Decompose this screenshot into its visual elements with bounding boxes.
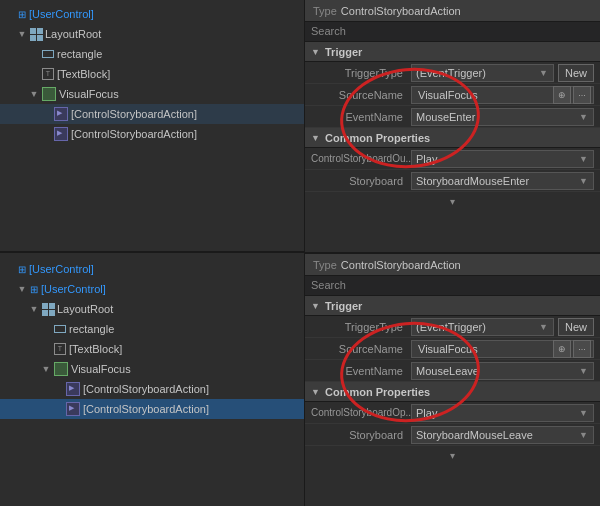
event-name-value: MouseEnter — [416, 111, 579, 123]
source-name-label-bottom: SourceName — [311, 343, 411, 355]
dropdown-arrow-icon: ▼ — [539, 322, 549, 332]
event-name-value-bottom: MouseLeave — [416, 365, 579, 377]
dropdown-arrow-icon: ▼ — [579, 176, 589, 186]
source-name-value-bottom[interactable]: VisualFocus ⊕ ··· — [411, 340, 594, 358]
bottom-tree: ⊞ [UserControl] ▼ ⊞ [UserControl] ▼ Layo… — [0, 253, 304, 506]
search-bar-bottom[interactable]: Search — [305, 276, 600, 296]
trigger-section-header-bottom[interactable]: ▼ Trigger — [305, 296, 600, 316]
csb-output-row-top: ControlStoryboardOu... Play ▼ — [305, 148, 600, 170]
csb-output-dropdown[interactable]: Play ▼ — [411, 150, 594, 168]
search-placeholder-bottom: Search — [311, 279, 346, 291]
event-name-dropdown-bottom[interactable]: MouseLeave ▼ — [411, 362, 594, 380]
tree-item-rect2[interactable]: rectangle — [0, 319, 304, 339]
dropdown-arrow-icon: ▼ — [579, 112, 589, 122]
top-properties-panel: Type ControlStoryboardAction Search ▼ Tr… — [305, 0, 600, 254]
tree-item-uc2[interactable]: ⊞ [UserControl] — [0, 259, 304, 279]
source-name-text-bottom: VisualFocus — [414, 343, 551, 355]
storyboard-value: StoryboardMouseEnter — [416, 175, 579, 187]
dropdown-arrow-icon: ▼ — [579, 430, 589, 440]
expand-row-top[interactable]: ▾ — [305, 192, 600, 210]
trigger-section-label-bottom: Trigger — [325, 300, 362, 312]
trigger-type-dropdown-bottom[interactable]: (EventTrigger) ▼ — [411, 318, 554, 336]
tree-item-lr1[interactable]: ▼ LayoutRoot — [0, 24, 304, 44]
tree-item-uc1[interactable]: ⊞ [UserControl] — [0, 4, 304, 24]
source-name-text: VisualFocus — [414, 89, 551, 101]
trigger-type-value: (EventTrigger) — [416, 67, 539, 79]
common-section-header-bottom[interactable]: ▼ Common Properties — [305, 382, 600, 402]
section-arrow: ▼ — [311, 133, 321, 143]
tree-item-tb1[interactable]: T [TextBlock] — [0, 64, 304, 84]
tree-label: [TextBlock] — [69, 343, 122, 355]
csb-output-dropdown-bottom[interactable]: Play ▼ — [411, 404, 594, 422]
trigger-type-dropdown[interactable]: (EventTrigger) ▼ — [411, 64, 554, 82]
userctrl-icon: ⊞ — [18, 9, 26, 20]
tree-item-lr2[interactable]: ▼ LayoutRoot — [0, 299, 304, 319]
common-section-label-bottom: Common Properties — [325, 386, 430, 398]
tree-item-tb2[interactable]: T [TextBlock] — [0, 339, 304, 359]
tree-arrow: ▼ — [40, 364, 52, 374]
event-name-dropdown[interactable]: MouseEnter ▼ — [411, 108, 594, 126]
header-prefix-bottom: Type — [313, 259, 337, 271]
source-name-dots-icon[interactable]: ··· — [573, 86, 591, 104]
tree-label: [ControlStoryboardAction] — [71, 108, 197, 120]
tree-item-vf1[interactable]: ▼ VisualFocus — [0, 84, 304, 104]
storyboard-icon — [66, 402, 80, 416]
tree-label: rectangle — [69, 323, 114, 335]
expand-icon-bottom: ▾ — [450, 450, 455, 461]
trigger-section-header-top[interactable]: ▼ Trigger — [305, 42, 600, 62]
trigger-type-label-bottom: TriggerType — [311, 321, 411, 333]
tree-label: VisualFocus — [71, 363, 131, 375]
expand-icon: ▾ — [450, 196, 455, 207]
source-name-label: SourceName — [311, 89, 411, 101]
tree-item-csa1[interactable]: [ControlStoryboardAction] — [0, 104, 304, 124]
bottom-properties-panel: Type ControlStoryboardAction Search ▼ Tr… — [305, 254, 600, 506]
section-arrow: ▼ — [311, 387, 321, 397]
source-name-target-icon-bottom[interactable]: ⊕ — [553, 340, 571, 358]
storyboard-dropdown[interactable]: StoryboardMouseEnter ▼ — [411, 172, 594, 190]
tree-label: [ControlStoryboardAction] — [83, 383, 209, 395]
search-placeholder: Search — [311, 25, 346, 37]
panel-header-top: Type ControlStoryboardAction — [305, 0, 600, 22]
storyboard-icon — [54, 127, 68, 141]
trigger-type-label: TriggerType — [311, 67, 411, 79]
storyboard-dropdown-bottom[interactable]: StoryboardMouseLeave ▼ — [411, 426, 594, 444]
tree-item-csa2[interactable]: [ControlStoryboardAction] — [0, 124, 304, 144]
storyboard-icon — [54, 107, 68, 121]
new-button-top[interactable]: New — [558, 64, 594, 82]
textblock-icon: T — [42, 68, 54, 80]
tree-label: [ControlStoryboardAction] — [71, 128, 197, 140]
tree-arrow: ▼ — [28, 89, 40, 99]
storyboard-value-bottom: StoryboardMouseLeave — [416, 429, 579, 441]
tree-label: LayoutRoot — [57, 303, 113, 315]
userctrl-icon: ⊞ — [30, 284, 38, 295]
header-type-bottom: ControlStoryboardAction — [341, 259, 461, 271]
tree-label: VisualFocus — [59, 88, 119, 100]
tree-arrow: ▼ — [16, 284, 28, 294]
folder-icon — [54, 362, 68, 376]
section-arrow: ▼ — [311, 47, 321, 57]
source-name-row-bottom: SourceName VisualFocus ⊕ ··· — [305, 338, 600, 360]
panel-header-bottom: Type ControlStoryboardAction — [305, 254, 600, 276]
search-bar-top[interactable]: Search — [305, 22, 600, 42]
source-name-target-icon[interactable]: ⊕ — [553, 86, 571, 104]
textblock-icon: T — [54, 343, 66, 355]
common-section-header-top[interactable]: ▼ Common Properties — [305, 128, 600, 148]
tree-item-csa4[interactable]: [ControlStoryboardAction] — [0, 399, 304, 419]
trigger-type-row: TriggerType (EventTrigger) ▼ New — [305, 62, 600, 84]
source-name-dots-icon-bottom[interactable]: ··· — [573, 340, 591, 358]
tree-item-csa3[interactable]: [ControlStoryboardAction] — [0, 379, 304, 399]
rect-icon — [54, 325, 66, 333]
trigger-section-label: Trigger — [325, 46, 362, 58]
dropdown-arrow-icon: ▼ — [579, 154, 589, 164]
tree-arrow: ▼ — [16, 29, 28, 39]
expand-row-bottom[interactable]: ▾ — [305, 446, 600, 464]
dropdown-arrow-icon: ▼ — [579, 366, 589, 376]
tree-item-uc2b[interactable]: ▼ ⊞ [UserControl] — [0, 279, 304, 299]
dropdown-arrow-icon: ▼ — [579, 408, 589, 418]
tree-item-vf2[interactable]: ▼ VisualFocus — [0, 359, 304, 379]
tree-item-rect1[interactable]: rectangle — [0, 44, 304, 64]
source-name-value[interactable]: VisualFocus ⊕ ··· — [411, 86, 594, 104]
header-type: ControlStoryboardAction — [341, 5, 461, 17]
new-button-bottom[interactable]: New — [558, 318, 594, 336]
layout-icon — [30, 28, 42, 40]
